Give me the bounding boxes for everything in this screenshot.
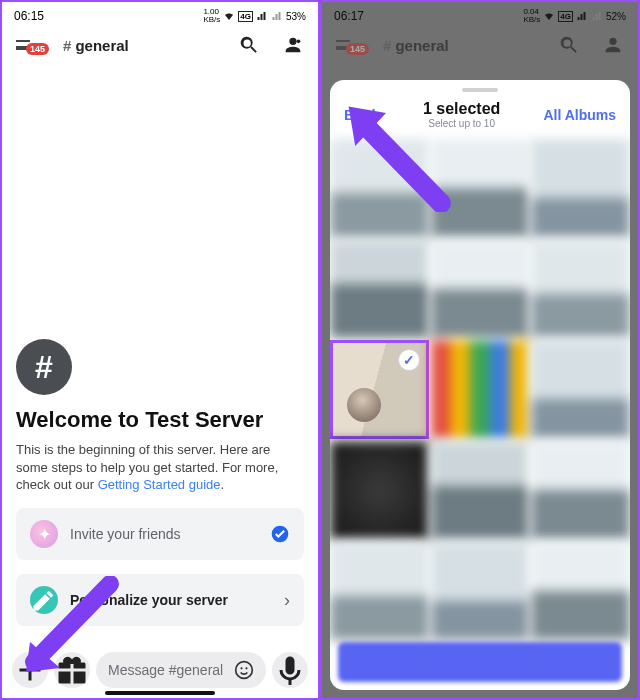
photo-thumb[interactable] [431,441,530,540]
svg-point-3 [240,667,242,669]
search-icon[interactable] [238,34,260,56]
channel-name[interactable]: #general [63,37,129,54]
photo-thumb[interactable] [431,542,530,641]
attach-button[interactable] [12,652,48,688]
message-composer: Message #general [2,652,318,688]
signal-icon-2 [271,10,283,22]
home-indicator [105,691,215,695]
photo-thumb[interactable] [330,240,429,339]
channel-header: 145 #general [2,26,318,64]
invite-friends-card[interactable]: ✦ Invite your friends [16,508,304,560]
photo-thumb[interactable] [531,542,630,641]
status-icons: 1.00KB/s 4G 53% [203,8,306,24]
photo-thumb[interactable] [531,139,630,238]
photo-thumb[interactable] [431,340,530,439]
welcome-area: # Welcome to Test Server This is the beg… [2,327,318,638]
personalize-label: Personalize your server [70,592,272,608]
sheet-handle[interactable] [462,88,498,92]
personalize-server-card[interactable]: Personalize your server › [16,574,304,626]
chevron-right-icon: › [284,590,290,611]
mentions-badge: 145 [26,43,49,55]
emoji-icon[interactable] [234,660,254,680]
personalize-icon [30,586,58,614]
screenshot-left: 06:15 1.00KB/s 4G 53% 145 #general [0,0,320,700]
hash-icon: # [63,37,71,54]
welcome-title: Welcome to Test Server [16,407,304,433]
svg-point-4 [245,667,247,669]
channel-hash-icon: # [16,339,72,395]
invite-icon: ✦ [30,520,58,548]
signal-icon [256,10,268,22]
sheet-title: 1 selected [380,100,544,118]
photo-thumb[interactable] [531,240,630,339]
photo-thumb[interactable] [330,139,429,238]
photo-thumb[interactable] [431,139,530,238]
photo-thumb-selected[interactable]: ✓ [330,340,429,439]
back-button[interactable]: Back [344,106,380,123]
menu-button[interactable]: 145 [16,39,53,51]
battery-text: 53% [286,11,306,22]
photo-thumb[interactable] [531,441,630,540]
photo-grid: ✓ [330,139,630,688]
all-albums-button[interactable]: All Albums [543,107,616,123]
screenshot-right: 06:17 0.04KB/s 4G 52% 145 #general Back … [320,0,640,700]
network-icon: 4G [238,11,253,22]
wifi-icon [223,10,235,22]
check-icon [270,524,290,544]
members-icon[interactable] [282,34,304,56]
status-bar: 06:15 1.00KB/s 4G 53% [2,2,318,26]
selected-check-icon: ✓ [398,349,420,371]
photo-thumb[interactable] [531,340,630,439]
photo-thumb[interactable] [431,240,530,339]
welcome-text: This is the beginning of this server. He… [16,441,304,494]
message-placeholder: Message #general [108,662,226,678]
photo-thumb[interactable] [330,542,429,641]
sheet-subtitle: Select up to 10 [380,118,544,129]
sheet-header: Back 1 selected Select up to 10 All Albu… [330,96,630,139]
photo-thumb[interactable] [330,441,429,540]
message-input[interactable]: Message #general [96,652,266,688]
status-time: 06:15 [14,9,44,23]
photo-picker-sheet: Back 1 selected Select up to 10 All Albu… [330,80,630,690]
invite-label: Invite your friends [70,526,258,542]
send-bar[interactable] [338,642,622,682]
svg-point-0 [297,40,301,44]
svg-point-2 [236,662,253,679]
voice-button[interactable] [272,652,308,688]
getting-started-link[interactable]: Getting Started guide [98,477,221,492]
gift-button[interactable] [54,652,90,688]
